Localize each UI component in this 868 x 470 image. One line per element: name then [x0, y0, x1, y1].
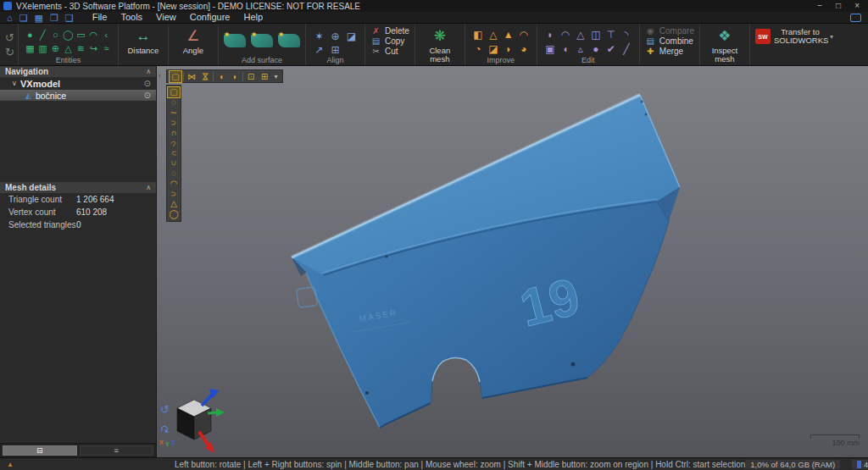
rotate-selection-right-icon[interactable]: ◗	[229, 71, 241, 82]
delete-button[interactable]: ✗ Delete	[370, 26, 409, 36]
cone-entity-icon[interactable]: △	[64, 43, 71, 53]
mesh-details-header[interactable]: Mesh details ∧	[0, 182, 156, 193]
rectangle-selection-icon[interactable]: ▢	[168, 87, 180, 97]
copy-region-icon[interactable]: ▣	[545, 43, 554, 55]
refine-triangles-icon[interactable]: ▵	[578, 43, 583, 55]
inspect-mesh-button[interactable]: ❖ Inspect mesh	[705, 26, 744, 56]
slab-entity-icon[interactable]: ≋	[77, 43, 85, 53]
redo-icon[interactable]: ↻	[5, 47, 14, 58]
selection-options-dropdown[interactable]: ▾	[272, 71, 280, 82]
waterproof-icon[interactable]: ●	[593, 43, 598, 55]
close-button[interactable]: ×	[854, 1, 860, 11]
add-surface-fill-icon[interactable]: ★	[251, 34, 273, 47]
visibility-eye-icon[interactable]: ⊙	[144, 91, 151, 100]
freeform-selection-icon[interactable]: ◌	[168, 97, 180, 108]
plane-entity-icon[interactable]: ▦	[25, 43, 34, 53]
clean-mesh-button[interactable]: ❋ Clean mesh	[420, 26, 459, 56]
home-icon[interactable]: ⌂	[7, 13, 13, 23]
cut-button[interactable]: ✂ Cut	[370, 47, 409, 56]
combine-button[interactable]: ▤ Combine	[645, 36, 694, 46]
marquee-selection-icon[interactable]: ▢	[170, 71, 181, 82]
origin-align-icon[interactable]: ⊞	[331, 44, 339, 56]
defeature-icon[interactable]: ◔	[475, 43, 481, 55]
edit-triangles-icon[interactable]: △	[576, 29, 584, 41]
flip-region-icon[interactable]: ◖	[562, 43, 568, 55]
separator[interactable]	[213, 72, 214, 81]
extend-mesh-icon[interactable]: ◠	[561, 29, 570, 41]
brush-selection-4-icon[interactable]: ∩	[169, 147, 179, 159]
optimize-mesh-icon[interactable]: ◕	[520, 43, 526, 55]
bridge-icon[interactable]: ⊤	[607, 29, 615, 41]
rotate-view-down-icon[interactable]: ↺	[160, 423, 170, 435]
remove-spikes-icon[interactable]: △	[489, 29, 497, 41]
merge-button[interactable]: ✚ Merge	[645, 47, 694, 56]
select-all-icon[interactable]: ⊡	[245, 71, 257, 82]
orientation-cube[interactable]	[177, 389, 225, 453]
rectangle-entity-icon[interactable]: ▭	[76, 30, 85, 40]
distance-button[interactable]: ↔ Distance	[124, 26, 163, 56]
separator[interactable]	[183, 72, 184, 81]
grid-entity-icon[interactable]: ▥	[38, 43, 47, 53]
sketch-line-icon[interactable]: ╱	[623, 43, 629, 55]
copy-button[interactable]: ▤ Copy	[370, 36, 409, 46]
decimate-icon[interactable]: ▲	[504, 29, 514, 41]
arc-entity-icon[interactable]: ◠	[90, 30, 98, 40]
visibility-eye-icon[interactable]: ⊙	[144, 79, 151, 88]
best-fit-align-icon[interactable]: ✶	[314, 30, 323, 42]
collapse-icon[interactable]: ∧	[146, 68, 151, 75]
add-surface-wrap-icon[interactable]: ★	[278, 34, 300, 47]
import-session-icon[interactable]: ❑	[65, 13, 74, 23]
maximize-button[interactable]: □	[836, 1, 841, 11]
tree-node-vxmodel[interactable]: ∨ VXmodel ⊙	[0, 77, 156, 90]
menu-view[interactable]: View	[149, 12, 183, 23]
target-align-icon[interactable]: ↗	[314, 44, 323, 56]
menu-help[interactable]: Help	[236, 12, 270, 23]
new-session-icon[interactable]: ❏	[19, 13, 28, 23]
transfer-solidworks-button[interactable]: SW Transfer to SOLIDWORKS ▾	[755, 26, 833, 56]
brush-selection-5-icon[interactable]: ∩	[168, 158, 180, 169]
separator[interactable]	[242, 72, 243, 81]
circle-entity-icon[interactable]: ○	[53, 30, 58, 40]
backface-selection-icon[interactable]: ∩	[169, 188, 179, 200]
navigation-header[interactable]: Navigation ∧	[0, 66, 156, 77]
plane-align-icon[interactable]: ◪	[347, 30, 356, 42]
select-visible-icon[interactable]: ⋈	[200, 70, 211, 82]
sharpen-edges-icon[interactable]: ◗	[505, 43, 511, 55]
angle-button[interactable]: ∠ Angle	[174, 26, 213, 56]
rotate-selection-left-icon[interactable]: ◖	[215, 71, 227, 82]
axes-align-icon[interactable]: ⊕	[331, 30, 339, 42]
fill-holes-icon[interactable]: ◧	[473, 29, 482, 41]
brush-selection-icon[interactable]: ∩	[169, 117, 179, 129]
expander-icon[interactable]: ∨	[12, 80, 20, 87]
point-entity-icon[interactable]: ●	[27, 30, 33, 40]
feedback-icon[interactable]	[850, 14, 861, 22]
toolbar-collapse-icon[interactable]: ‹	[159, 71, 161, 80]
add-surface-plane-icon[interactable]: ★	[224, 34, 246, 47]
smooth-boundary-icon[interactable]: ◠	[520, 29, 528, 41]
line-entity-icon[interactable]: ╱	[40, 30, 46, 40]
fill-arch-icon[interactable]: ◝	[624, 29, 628, 41]
save-session-icon[interactable]: ▦	[35, 13, 43, 23]
collapse-icon[interactable]: ∧	[146, 184, 151, 191]
compare-button[interactable]: ◉ Compare	[645, 26, 694, 36]
pipe-entity-icon[interactable]: ↪	[90, 43, 97, 53]
dotted-curve-selection-icon[interactable]: ◌	[168, 169, 180, 179]
open-session-icon[interactable]: ❐	[50, 13, 58, 23]
polyline-entity-icon[interactable]: ‹	[105, 30, 108, 40]
rotate-view-up-icon[interactable]: ↺	[160, 403, 170, 416]
remesh-icon[interactable]: ◪	[488, 43, 498, 55]
select-through-icon[interactable]: ⋈	[186, 71, 198, 82]
clear-selection-icon[interactable]: ⊞	[259, 71, 270, 82]
connected-region-selection-icon[interactable]: ◯	[168, 209, 180, 219]
ellipse-entity-icon[interactable]: ◯	[63, 30, 73, 40]
validate-mesh-icon[interactable]: ✔	[607, 43, 615, 55]
sphere-entity-icon[interactable]: ⊕	[52, 43, 59, 53]
tree-view-tab[interactable]: ⊟	[3, 445, 77, 456]
freeform-entity-icon[interactable]: ≈	[103, 43, 108, 53]
triangle-selection-icon[interactable]: △	[168, 199, 180, 209]
list-view-tab[interactable]: ≡	[80, 445, 154, 456]
menu-file[interactable]: File	[86, 12, 114, 23]
smooth-region-icon[interactable]: ◗	[547, 29, 553, 41]
menu-configure[interactable]: Configure	[183, 12, 237, 23]
menu-tools[interactable]: Tools	[114, 12, 149, 23]
